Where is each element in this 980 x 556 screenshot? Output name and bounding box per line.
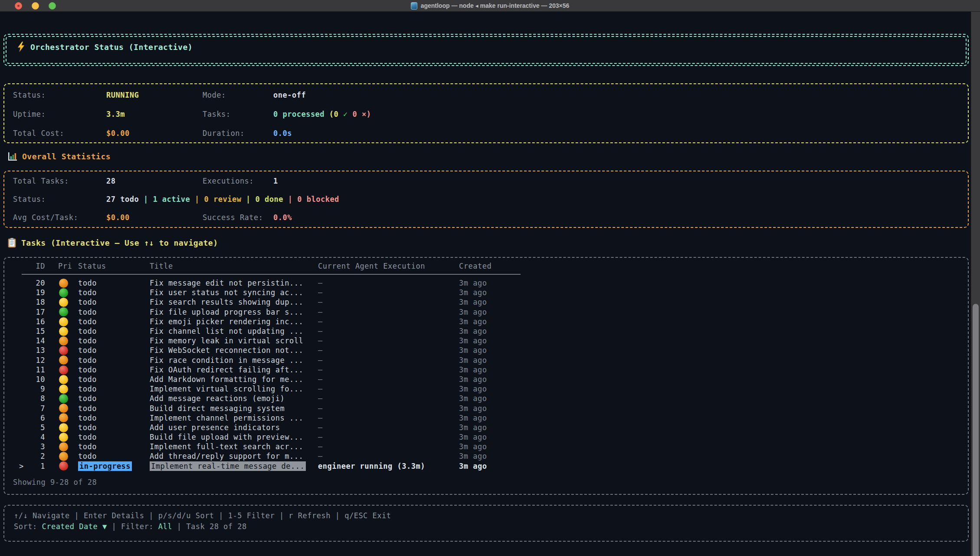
table-row[interactable]: 18 todo Fix search results showing dup..… (4, 297, 968, 307)
task-agent-execution: – (318, 365, 459, 374)
task-title: Implement full-text search acr... (150, 442, 318, 451)
task-agent-execution: engineer running (3.3m) (318, 462, 459, 470)
task-title: Fix WebSocket reconnection not... (150, 346, 318, 355)
task-status: todo (78, 327, 150, 336)
priority-dot-icon (45, 336, 78, 345)
task-title: Implement real-time message de... (150, 462, 318, 470)
priority-dot-icon (45, 384, 78, 394)
table-row[interactable]: 4 todo Build file upload with preview...… (4, 432, 968, 442)
panel-row: Total Tasks:28Executions:1 (4, 172, 968, 190)
task-created: 3m ago (459, 356, 968, 365)
task-id: 7 (31, 404, 45, 413)
table-row[interactable]: 13 todo Fix WebSocket reconnection not..… (4, 345, 968, 355)
field-label: Duration: (203, 129, 273, 138)
task-agent-execution: – (318, 308, 459, 316)
table-row[interactable]: 12 todo Fix race condition in message ..… (4, 355, 968, 365)
task-agent-execution: – (318, 279, 459, 287)
table-row[interactable]: > 1 in-progress Implement real-time mess… (4, 461, 968, 471)
field-value: $0.00 (106, 213, 203, 222)
task-agent-execution: – (318, 404, 459, 413)
field-label: Executions: (203, 177, 273, 185)
task-status: todo (78, 375, 150, 384)
panel-row: Uptime:3.3mTasks:0 processed (0 ✓ 0 ×) (4, 105, 968, 124)
column-header-status: Status (78, 262, 150, 270)
field-label: Mode: (203, 91, 273, 99)
field-value: 0.0s (273, 129, 968, 138)
task-title: Fix memory leak in virtual scroll (150, 336, 318, 345)
table-row[interactable]: 6 todo Implement channel permissions ...… (4, 413, 968, 423)
window-titlebar: agentloop — node ◂ make run-interactive … (0, 0, 980, 12)
task-id: 8 (31, 394, 45, 403)
table-row[interactable]: 10 todo Add Markdown formatting for me..… (4, 375, 968, 384)
task-title: Implement virtual scrolling fo... (150, 385, 318, 393)
zoom-button[interactable] (49, 2, 56, 10)
task-agent-execution: – (318, 394, 459, 403)
panel-row: Avg Cost/Task:$0.00Success Rate:0.0% (4, 208, 968, 227)
table-row[interactable]: 8 todo Add message reactions (emoji) – 3… (4, 394, 968, 403)
task-created: 3m ago (459, 308, 968, 316)
tasks-table-box: ID Pri Status Title Current Agent Execut… (3, 257, 969, 495)
stats-section-heading: Overall Statistics (8, 152, 111, 161)
task-status: todo (78, 404, 150, 413)
table-row[interactable]: 19 todo Fix user status not syncing ac..… (4, 288, 968, 297)
table-row[interactable]: 2 todo Add thread/reply support for m...… (4, 451, 968, 461)
keybinding-bar: ↑/↓ Navigate | Enter Details | p/s/d/u S… (3, 505, 969, 542)
task-rows: 20 todo Fix message edit not persistin..… (4, 278, 968, 471)
task-created: 3m ago (459, 442, 968, 451)
task-status: todo (78, 308, 150, 316)
task-title: Fix user status not syncing ac... (150, 288, 318, 297)
task-created: 3m ago (459, 462, 968, 470)
task-created: 3m ago (459, 279, 968, 287)
close-button[interactable] (15, 2, 22, 10)
task-status: todo (78, 423, 150, 432)
field-value: $0.00 (106, 129, 203, 138)
table-row[interactable]: 9 todo Implement virtual scrolling fo...… (4, 384, 968, 394)
task-id: 17 (31, 308, 45, 316)
table-row[interactable]: 7 todo Build direct messaging system – 3… (4, 403, 968, 413)
priority-dot-icon (45, 404, 78, 413)
task-id: 15 (31, 327, 45, 336)
panel-row: Status:27 todo | 1 active | 0 review | 0… (4, 190, 968, 208)
task-agent-execution: – (318, 346, 459, 355)
task-agent-execution: – (318, 317, 459, 326)
task-title: Fix message edit not persistin... (150, 279, 318, 287)
table-row[interactable]: 17 todo Fix file upload progress bar s..… (4, 307, 968, 317)
task-status: todo (78, 442, 150, 451)
scrollbar-thumb[interactable] (973, 304, 979, 556)
task-status: todo (78, 346, 150, 355)
table-row[interactable]: 11 todo Fix OAuth redirect failing aft..… (4, 365, 968, 375)
task-created: 3m ago (459, 346, 968, 355)
task-status: todo (78, 365, 150, 374)
tasks-section-heading: Tasks (Interactive – Use ↑↓ to navigate) (8, 238, 218, 248)
table-row[interactable]: 15 todo Fix channel list not updating ..… (4, 326, 968, 336)
task-created: 3m ago (459, 433, 968, 441)
task-id: 18 (31, 298, 45, 306)
table-row[interactable]: 5 todo Add user presence indicators – 3m… (4, 423, 968, 432)
table-row[interactable]: 14 todo Fix memory leak in virtual scrol… (4, 336, 968, 345)
priority-dot-icon (45, 365, 78, 375)
task-created: 3m ago (459, 404, 968, 413)
task-agent-execution: – (318, 442, 459, 451)
table-header-separator (22, 274, 521, 275)
task-agent-execution: – (318, 327, 459, 336)
table-header-row: ID Pri Status Title Current Agent Execut… (4, 261, 968, 271)
scrollbar-track[interactable] (971, 12, 980, 556)
table-row[interactable]: 20 todo Fix message edit not persistin..… (4, 278, 968, 288)
table-row[interactable]: 3 todo Implement full-text search acr...… (4, 442, 968, 451)
task-id: 12 (31, 356, 45, 365)
field-value: 0.0% (273, 213, 968, 222)
task-status: in-progress (78, 462, 150, 470)
priority-dot-icon (45, 346, 78, 355)
page-title: Orchestrator Status (Interactive) (30, 43, 193, 52)
task-title: Build direct messaging system (150, 404, 318, 413)
task-agent-execution: – (318, 414, 459, 422)
task-id: 6 (31, 414, 45, 422)
task-agent-execution: – (318, 298, 459, 306)
priority-dot-icon (45, 326, 78, 336)
minimize-button[interactable] (32, 2, 39, 10)
priority-dot-icon (45, 355, 78, 365)
task-title: Add user presence indicators (150, 423, 318, 432)
task-agent-execution: – (318, 433, 459, 441)
table-row[interactable]: 16 todo Fix emoji picker rendering inc..… (4, 317, 968, 326)
field-label: Uptime: (13, 110, 106, 118)
